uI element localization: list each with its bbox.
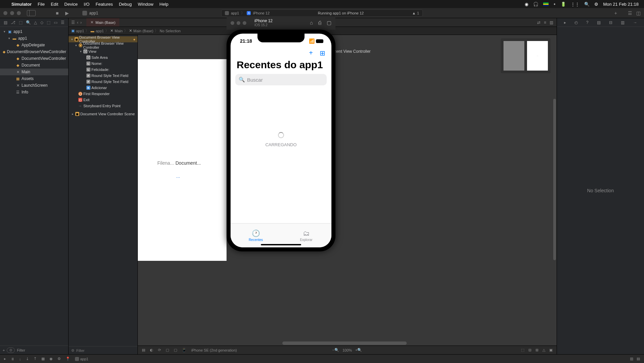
screenshot-icon[interactable]: ⎙: [318, 20, 321, 26]
minimap-scene-thumb[interactable]: [504, 41, 524, 71]
source-control-nav-icon[interactable]: ⎇: [11, 20, 15, 25]
window-controls[interactable]: [3, 11, 21, 15]
menu-window[interactable]: Window: [138, 2, 153, 7]
vertical-scrollbar[interactable]: [553, 99, 556, 260]
menubar-clock[interactable]: Mon 21 Feb 21:18: [603, 2, 639, 7]
jump-item[interactable]: app1: [76, 29, 84, 33]
identity-inspector-icon[interactable]: ▤: [597, 20, 601, 25]
library-button[interactable]: ☰: [628, 10, 632, 16]
debug-nav-icon[interactable]: ⬚: [47, 20, 50, 25]
tree-target[interactable]: ▾▬app1: [0, 35, 68, 42]
pin-icon[interactable]: ⊞: [535, 348, 538, 352]
jump-item[interactable]: Main (Base): [133, 29, 153, 33]
close-tab-icon[interactable]: ✕: [90, 20, 93, 25]
location-icon[interactable]: 📍: [66, 357, 70, 361]
related-items-icon[interactable]: ☰: [71, 20, 75, 25]
step-into-icon[interactable]: ⤓: [26, 357, 29, 361]
toggle-outline-icon[interactable]: ▤: [142, 348, 145, 352]
align-icon[interactable]: ⊟: [528, 348, 531, 352]
size-inspector-icon[interactable]: ▥: [621, 20, 625, 25]
step-out-icon[interactable]: ⤒: [34, 357, 37, 361]
chevron-right-icon[interactable]: ▸: [71, 112, 74, 116]
canvas-device-screen[interactable]: Filena... Document... ...: [138, 59, 227, 261]
adjust-editor-icon[interactable]: ⇄: [537, 20, 540, 25]
wifi-icon[interactable]: ⋮⋮: [571, 2, 579, 7]
jump-item[interactable]: app1: [95, 29, 104, 33]
editor-tab-active[interactable]: ✕ Main (Base): [86, 18, 119, 27]
back-button[interactable]: ‹: [77, 20, 78, 25]
stop-button[interactable]: ■: [56, 10, 58, 16]
canvas-minimap[interactable]: ···: [501, 38, 551, 73]
warning-icon[interactable]: ▲: [412, 11, 416, 15]
find-nav-icon[interactable]: 🔍: [26, 20, 31, 25]
connections-inspector-icon[interactable]: →: [633, 20, 637, 25]
jump-item[interactable]: Main: [115, 29, 123, 33]
help-inspector-icon[interactable]: ?: [586, 20, 589, 25]
tree-root[interactable]: ▾▣app1: [0, 28, 68, 35]
environment-icon[interactable]: ⚙: [57, 357, 61, 361]
outline-exit[interactable]: ▢Exit: [69, 97, 137, 103]
menu-edit[interactable]: Edit: [51, 2, 58, 7]
add-button[interactable]: +: [614, 10, 617, 16]
headphones-icon[interactable]: 🎧: [533, 2, 538, 7]
menu-features[interactable]: Features: [95, 2, 113, 7]
tree-item[interactable]: ◆DocumentBrowserViewController: [0, 48, 68, 55]
device-phone-icon[interactable]: 📱: [182, 348, 187, 352]
debug-view-icon[interactable]: ▦: [41, 357, 45, 361]
memory-graph-icon[interactable]: ◉: [49, 357, 53, 361]
project-nav-icon[interactable]: ▤: [4, 20, 7, 25]
menu-io[interactable]: I/O: [84, 2, 89, 7]
debug-filter-icon[interactable]: ▥: [630, 357, 633, 361]
tree-item[interactable]: ◆Document: [0, 62, 68, 69]
chevron-down-icon[interactable]: ▾: [75, 44, 78, 47]
tree-item[interactable]: ☰Info: [0, 89, 68, 95]
test-nav-icon[interactable]: ◇: [40, 20, 43, 25]
appearance-icon[interactable]: ◐: [150, 348, 153, 352]
tree-item-selected[interactable]: ✕Main: [0, 69, 68, 75]
device-menu-icon[interactable]: ▢: [174, 348, 177, 352]
horizontal-scrollbar[interactable]: [282, 341, 407, 345]
run-button[interactable]: ▶: [65, 10, 69, 16]
symbol-nav-icon[interactable]: ⬚: [19, 20, 23, 25]
control-center-icon[interactable]: ⚙: [594, 2, 598, 7]
tree-item[interactable]: ✕LaunchScreen: [0, 82, 68, 89]
outline-responder[interactable]: ◯First Responder: [69, 91, 137, 97]
search-icon[interactable]: 🔍: [584, 2, 590, 7]
device-config-icon[interactable]: ▢: [166, 348, 169, 352]
tree-item[interactable]: ◆AppDelegate: [0, 42, 68, 48]
close-window[interactable]: [3, 11, 7, 15]
scheme-selector[interactable]: app1: [82, 11, 98, 15]
menu-help[interactable]: Help: [159, 2, 168, 7]
bluetooth-icon[interactable]: ᛭: [553, 2, 556, 7]
phone-search-field[interactable]: 🔍 Buscar: [235, 74, 327, 85]
simulator-window-controls[interactable]: [231, 21, 246, 25]
outline-label[interactable]: LFelicidade:: [69, 67, 137, 73]
home-indicator[interactable]: [261, 244, 301, 245]
tree-item[interactable]: ◆DocumentViewController: [0, 55, 68, 62]
storyboard-canvas[interactable]: Document View Controller Filena... Docum…: [138, 35, 557, 354]
battery-icon[interactable]: 🔋: [561, 2, 566, 7]
chevron-down-icon[interactable]: ▾: [71, 38, 74, 41]
menu-file[interactable]: File: [38, 2, 45, 7]
forward-button[interactable]: ›: [80, 20, 82, 25]
navigator-selector[interactable]: ▤ ⎇ ⬚ 🔍 △ ◇ ⬚ ▭ ☰: [0, 18, 68, 27]
minimap-scene-thumb[interactable]: ···: [527, 41, 548, 71]
add-editor-icon[interactable]: ▥: [550, 20, 553, 25]
orientation-icon[interactable]: ⟳: [158, 348, 161, 352]
zoom-percent[interactable]: 100%: [343, 348, 352, 352]
outline-textfield[interactable]: FRound Style Text Field: [69, 79, 137, 85]
outline-textfield[interactable]: FRound Style Text Field: [69, 73, 137, 79]
embed-in-icon[interactable]: ▣: [549, 348, 553, 352]
view-grid-icon[interactable]: ⊞: [320, 49, 325, 57]
phone-screen[interactable]: 21:18 📶 + ⊞ Recentes do app1 🔍 Buscar CA…: [231, 34, 331, 247]
chevron-down-icon[interactable]: ▾: [3, 30, 6, 33]
activity-status[interactable]: app1 〉 A iPhone 12 Running app1 on iPhon…: [221, 9, 423, 17]
zoom-window[interactable]: [243, 21, 246, 25]
breakpoint-nav-icon[interactable]: ▭: [54, 20, 57, 25]
outline-safearea[interactable]: ▢Safe Area: [69, 54, 137, 61]
editor-options-icon[interactable]: ≡: [544, 20, 546, 25]
toggle-inspector-icon[interactable]: ◫: [636, 10, 641, 16]
issue-nav-icon[interactable]: △: [34, 20, 37, 25]
project-tree[interactable]: ▾▣app1 ▾▬app1 ◆AppDelegate ◆DocumentBrow…: [0, 27, 68, 346]
inspector-selector[interactable]: ▸ ◴ ? ▤ ⊟ ▥ →: [557, 18, 644, 27]
